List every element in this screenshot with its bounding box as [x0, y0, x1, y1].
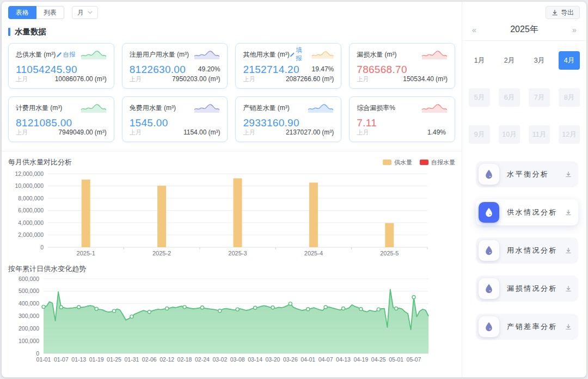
card-title: 免费用水量 (m³)	[130, 103, 176, 113]
card-value: 786568.70	[357, 64, 448, 76]
month-cell-8[interactable]: 8月	[559, 88, 580, 107]
calendar-year: 2025年	[479, 24, 570, 35]
month-cell-5[interactable]: 5月	[469, 88, 490, 107]
month-cell-1[interactable]: 1月	[469, 51, 490, 70]
svg-text:4,000,000: 4,000,000	[18, 219, 44, 226]
legend-label: 自报水量	[431, 158, 455, 167]
prev-year-button[interactable]: «	[470, 26, 479, 34]
svg-text:05-01: 05-01	[389, 356, 403, 363]
legend-item-supply[interactable]: 供水量	[383, 158, 412, 167]
card-title: 漏损水量 (m³)	[357, 50, 396, 59]
prev-month-label: 上月	[16, 129, 28, 137]
sparkline	[421, 49, 448, 60]
svg-text:01-01: 01-01	[36, 356, 51, 363]
svg-text:0: 0	[36, 350, 39, 357]
svg-text:03-08: 03-08	[230, 356, 245, 363]
month-cell-9[interactable]: 9月	[469, 125, 490, 144]
next-year-button[interactable]: »	[570, 26, 579, 34]
analysis-item-supply-analysis[interactable]: 供水情况分析	[476, 199, 578, 225]
stat-card-nrw-volume: 产销差水量 (m³) 2933160.90 上月2137027.00(m³)	[235, 96, 341, 142]
water-drop-icon	[479, 278, 499, 299]
card-title: 注册用户用水量 (m³)	[130, 50, 189, 59]
svg-text:300,000: 300,000	[19, 313, 39, 319]
stat-card-other-usage: 其他用水量 (m³) 填报 2152714.20 19.47% 上月208726…	[235, 43, 341, 89]
sparkline	[311, 49, 334, 60]
svg-text:04-25: 04-25	[371, 356, 386, 363]
svg-text:2025-2: 2025-2	[152, 250, 171, 256]
card-value: 2933160.90	[243, 117, 334, 129]
download-icon[interactable]	[565, 323, 572, 330]
svg-text:04-01: 04-01	[301, 356, 315, 363]
bar-chart-legend: 供水量 自报水量	[383, 158, 455, 167]
analysis-item-nrw-rate-analysis[interactable]: 产销差率分析	[476, 314, 578, 340]
svg-text:2025-3: 2025-3	[228, 250, 247, 256]
analysis-item-label: 漏损情况分析	[507, 284, 558, 294]
area-chart-title: 按年累计日供水变化趋势	[8, 264, 86, 274]
card-percent: 19.47%	[312, 65, 334, 73]
stat-card-free-usage: 免费用水量 (m³) 1545.00 上月1154.00(m³)	[122, 96, 228, 142]
analysis-item-water-balance[interactable]: 水平衡分析	[476, 161, 578, 187]
svg-text:10,000,000: 10,000,000	[15, 182, 44, 189]
legend-swatch-supply	[383, 160, 391, 165]
bar-chart-title: 每月供水量对比分析	[8, 157, 72, 167]
month-cell-12[interactable]: 12月	[559, 125, 580, 144]
period-select-value: 月	[77, 8, 84, 17]
month-cell-7[interactable]: 7月	[529, 88, 550, 107]
stat-card-leakage-volume: 漏损水量 (m³) 786568.70 上月150534.40(m³)	[349, 43, 455, 89]
svg-text:04-19: 04-19	[353, 356, 368, 363]
month-cell-2[interactable]: 2月	[499, 51, 520, 70]
charts-section: 每月供水量对比分析 供水量 自报水量 02,000,0004,000,0006,…	[2, 151, 462, 368]
download-icon[interactable]	[565, 247, 572, 254]
svg-text:01-19: 01-19	[89, 356, 104, 363]
download-icon[interactable]	[565, 209, 572, 216]
month-grid: 1月 2月 3月 4月 5月 6月 7月 8月 9月 10月 11月 12月	[462, 41, 586, 148]
period-select[interactable]: 月	[72, 6, 98, 19]
analysis-item-leakage-analysis[interactable]: 漏损情况分析	[476, 276, 578, 302]
prev-month-value: 150534.40(m³)	[403, 75, 448, 83]
stat-card-registered-usage: 注册用户用水量 (m³) 8122630.00 49.20% 上月7950203…	[122, 43, 228, 89]
sparkline	[194, 49, 220, 60]
svg-text:03-14: 03-14	[248, 356, 262, 363]
export-button[interactable]: 导出	[546, 6, 580, 19]
svg-text:01-25: 01-25	[107, 356, 121, 363]
month-cell-11[interactable]: 11月	[529, 125, 550, 144]
analysis-item-usage-analysis[interactable]: 用水情况分析	[476, 237, 578, 264]
daily-supply-area-chart[interactable]: 0100,000200,000300,000400,000500,000600,…	[8, 274, 455, 368]
tab-list[interactable]: 列表	[36, 6, 64, 19]
card-title: 计费用水量 (m³)	[16, 103, 62, 113]
month-cell-6[interactable]: 6月	[499, 88, 520, 107]
card-title: 综合漏损率%	[357, 103, 395, 113]
monthly-supply-bar-chart[interactable]: 02,000,0004,000,0006,000,0008,000,00010,…	[8, 168, 455, 262]
month-cell-4[interactable]: 4月	[559, 51, 580, 70]
prev-month-label: 上月	[243, 129, 255, 137]
svg-text:03-02: 03-02	[212, 356, 227, 363]
month-cell-10[interactable]: 10月	[499, 125, 520, 144]
svg-text:6,000,000: 6,000,000	[18, 207, 44, 213]
prev-month-value: 2137027.00(m³)	[286, 129, 334, 136]
download-icon[interactable]	[565, 285, 572, 292]
prev-month-label: 上月	[130, 75, 142, 83]
month-cell-3[interactable]: 3月	[529, 51, 550, 70]
svg-text:02-12: 02-12	[160, 356, 174, 363]
svg-text:01-31: 01-31	[124, 356, 139, 363]
pencil-icon	[56, 52, 62, 58]
svg-text:03-26: 03-26	[283, 356, 298, 363]
svg-text:2,000,000: 2,000,000	[18, 231, 44, 238]
svg-text:200,000: 200,000	[19, 325, 39, 332]
tab-table[interactable]: 表格	[8, 6, 36, 19]
prev-month-value: 10086076.00(m³)	[55, 75, 107, 83]
fill-report-link[interactable]: 填报	[290, 46, 307, 63]
legend-item-selfreport[interactable]: 自报水量	[420, 158, 455, 167]
sparkline	[308, 102, 334, 113]
svg-text:03-20: 03-20	[266, 356, 280, 363]
self-report-link[interactable]: 自报	[56, 51, 76, 59]
card-value: 1545.00	[130, 117, 220, 129]
card-title: 其他用水量 (m³)	[243, 50, 289, 59]
stat-cards: 总供水量 (m³) 自报 11054245.90 上月10086076.00(m…	[8, 43, 455, 142]
svg-text:500,000: 500,000	[19, 288, 39, 294]
svg-text:12,000,000: 12,000,000	[15, 170, 44, 177]
prev-month-label: 上月	[130, 129, 142, 137]
legend-swatch-selfreport	[420, 160, 428, 165]
download-icon[interactable]	[565, 171, 572, 178]
sparkline	[421, 102, 448, 113]
